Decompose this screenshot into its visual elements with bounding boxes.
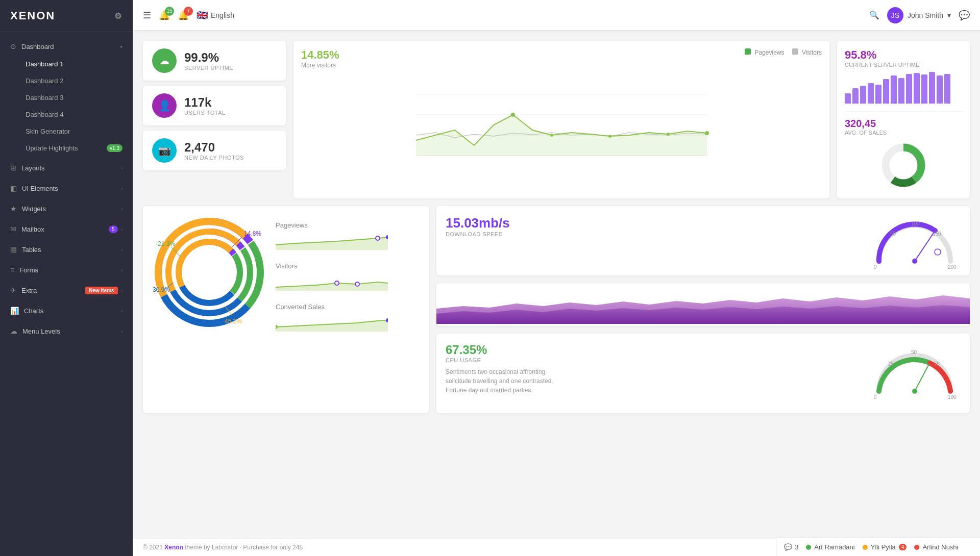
skin-generator-item[interactable]: Skin Generator <box>0 123 133 140</box>
avg-sales-value: 320,45 <box>845 118 962 130</box>
extra-item[interactable]: ✈ Extra New Items › <box>0 281 133 299</box>
svg-text:0: 0 <box>874 264 877 270</box>
pageviews-dot <box>745 48 751 55</box>
dashboard-sub-item-4[interactable]: Dashboard 4 <box>0 106 133 123</box>
users-total-value: 117k <box>184 95 226 110</box>
bar-12 <box>929 72 935 104</box>
bar-3 <box>860 86 866 104</box>
users-total-icon: 👤 <box>152 93 177 118</box>
user2-name: Ylli Pylla <box>871 543 896 551</box>
chart-title: 14.85% <box>301 48 339 62</box>
mailbox-item[interactable]: ✉ Mailbox 5 › <box>0 220 133 238</box>
bar-7 <box>891 75 897 104</box>
dashboard-sub-item-2[interactable]: Dashboard 2 <box>0 72 133 89</box>
forms-item[interactable]: ≡ Forms › <box>0 261 133 279</box>
dashboard-section-label: Dashboard <box>21 43 54 50</box>
notifications-button[interactable]: 🔔 15 <box>159 10 170 21</box>
mailbox-icon: ✉ <box>10 225 16 233</box>
tables-item[interactable]: ▦ Tables › <box>0 240 133 259</box>
visitors-sparkline-svg <box>276 273 388 291</box>
sparkline-visitors: Visitors <box>276 262 419 293</box>
update-highlights-label: Update Highlights <box>26 144 78 152</box>
svg-text:50: 50 <box>911 349 917 355</box>
widgets-section: ★ Widgets › <box>0 199 133 218</box>
donut-chart <box>845 140 962 191</box>
footer-brand-link[interactable]: Xenon <box>164 544 183 551</box>
uptime-card: 95.8% CURRENT SERVER UPTIME 320,45 <box>837 41 970 198</box>
search-icon[interactable]: 🔍 <box>869 10 879 20</box>
server-uptime-card: ☁ 99.9% SERVER UPTIME <box>143 41 286 81</box>
chat-comment-count[interactable]: 💬 3 <box>784 543 798 551</box>
radial-svg-container: 14.8% -21.3% -30.9% 45.2% <box>153 216 265 328</box>
dashboard-sub-item-1[interactable]: Dashboard 1 <box>0 56 133 72</box>
right-column: 15.03mb/s DOWNLOAD SPEED 0 50 100 150 <box>436 206 970 413</box>
download-speed-card: 15.03mb/s DOWNLOAD SPEED 0 50 100 150 <box>436 206 970 275</box>
alerts-button[interactable]: 🔔 7 <box>178 10 189 21</box>
chat-user-2[interactable]: Ylli Pylla 4 <box>863 543 907 551</box>
ui-elements-icon: ◧ <box>10 184 17 192</box>
svg-text:75: 75 <box>934 361 940 367</box>
svg-point-42 <box>355 282 359 286</box>
chat-icon[interactable]: 💬 <box>959 10 970 21</box>
sparkline-pageviews-label: Pageviews <box>276 221 419 229</box>
ui-elements-section: ◧ UI Elements › <box>0 179 133 197</box>
svg-point-52 <box>912 259 917 264</box>
cpu-gauge-container: 0 25 50 75 100 <box>869 343 961 404</box>
pageviews-sparkline-svg <box>276 232 388 250</box>
dashboard-section-header[interactable]: ⊙ Dashboard ▾ <box>0 37 133 56</box>
dashboard-sub-item-3[interactable]: Dashboard 3 <box>0 89 133 106</box>
bar-9 <box>906 74 912 104</box>
layouts-item[interactable]: ⊞ Layouts › <box>0 159 133 177</box>
chat-bar: 💬 3 Art Ramadani Ylli Pylla 4 Arlind Nus… <box>776 538 980 556</box>
daily-photos-info: 2,470 NEW DAILY PHOTOS <box>184 140 244 161</box>
extra-section: ✈ Extra New Items › <box>0 281 133 299</box>
ui-elements-arrow: › <box>121 186 122 191</box>
forms-label: Forms <box>19 266 38 274</box>
speed-gauge-svg: 0 50 100 150 200 <box>869 215 961 271</box>
widgets-item[interactable]: ★ Widgets › <box>0 199 133 218</box>
chart-subtitle: More visitors <box>301 62 339 69</box>
charts-arrow: › <box>121 308 122 314</box>
footer-suffix: theme by Laborator · Purchase for only <box>185 544 292 551</box>
user2-badge: 4 <box>899 544 907 550</box>
svg-line-51 <box>915 231 935 261</box>
hamburger-button[interactable]: ☰ <box>143 10 151 21</box>
user-name: John Smith <box>908 11 943 19</box>
svg-point-38 <box>376 236 380 240</box>
user-menu-button[interactable]: JS John Smith ▾ <box>887 7 951 23</box>
download-speed-info: 15.03mb/s DOWNLOAD SPEED <box>446 215 859 242</box>
gear-icon[interactable]: ⚙ <box>114 11 122 21</box>
daily-photos-icon: 📷 <box>152 138 177 163</box>
svg-point-8 <box>667 133 670 136</box>
svg-text:50: 50 <box>890 231 896 237</box>
language-label: English <box>211 11 234 19</box>
chart-header: 14.85% More visitors Pageviews Visitors <box>301 48 822 69</box>
visitors-legend-label: Visitors <box>802 49 822 56</box>
svg-point-62 <box>912 389 917 394</box>
menu-levels-item[interactable]: ☁ Menu Levels › <box>0 322 133 340</box>
menu-levels-label: Menu Levels <box>22 327 60 335</box>
dashboard-4-label: Dashboard 4 <box>26 111 63 118</box>
server-uptime-icon: ☁ <box>152 48 177 73</box>
user1-name: Art Ramadani <box>814 543 854 551</box>
layouts-label: Layouts <box>21 164 45 172</box>
forms-icon: ≡ <box>10 266 14 274</box>
ui-elements-item[interactable]: ◧ UI Elements › <box>0 179 133 197</box>
charts-item[interactable]: 📊 Charts › <box>0 301 133 320</box>
row-1: ☁ 99.9% SERVER UPTIME 👤 117k USERS TOTAL… <box>143 41 970 198</box>
user3-name: Arlind Nushi <box>922 543 958 551</box>
language-selector[interactable]: 🇬🇧 English <box>197 10 234 21</box>
chat-user-3[interactable]: Arlind Nushi <box>914 543 958 551</box>
topbar: ☰ 🔔 15 🔔 7 🇬🇧 English 🔍 JS John Smith ▾ … <box>133 0 980 31</box>
chat-user-1[interactable]: Art Ramadani <box>806 543 854 551</box>
extra-icon: ✈ <box>10 286 16 294</box>
download-speed-label: DOWNLOAD SPEED <box>446 231 859 237</box>
svg-marker-55 <box>436 295 970 324</box>
mailbox-section: ✉ Mailbox 5 › <box>0 220 133 238</box>
download-speed-value: 15.03mb/s <box>446 215 859 231</box>
radial-svg: 14.8% -21.3% -30.9% 45.2% <box>153 216 265 328</box>
mailbox-label: Mailbox <box>21 225 44 233</box>
layouts-arrow: › <box>121 165 122 171</box>
update-highlights-item[interactable]: Update Highlights v1.3 <box>0 140 133 157</box>
footer-price: 24$ <box>292 544 303 551</box>
